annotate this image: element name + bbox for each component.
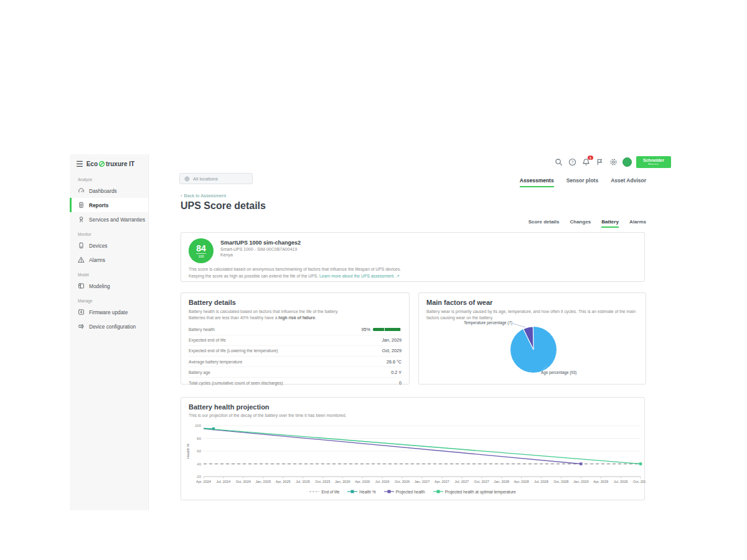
back-link[interactable]: ‹ Back to Assessment (181, 193, 226, 198)
battery-detail-value: 26.6 °C (387, 359, 402, 365)
sidebar-item-label: Firmware update (89, 309, 128, 315)
battery-desc-line2-suffix: . (315, 315, 316, 320)
logo-text-prefix: Eco (87, 161, 98, 167)
settings-gear-icon[interactable] (609, 157, 618, 167)
subtab-changes[interactable]: Changes (570, 219, 591, 228)
battery-health-bar (373, 328, 402, 331)
back-link-label: Back to Assessment (184, 193, 227, 198)
location-filter[interactable]: All locations (179, 173, 253, 184)
svg-text:Jan, 2028: Jan, 2028 (494, 480, 509, 483)
battery-detail-label: Expected end of life (189, 338, 226, 342)
battery-detail-value-text: Oct, 2029 (382, 348, 402, 353)
battery-detail-label: Battery age (189, 370, 210, 375)
pie-label-age: Age percentage (93) (541, 370, 576, 375)
external-link-icon: ↗ (396, 274, 400, 278)
health-projection-chart: 20406080100Apr, 2024Jul, 2024Oct, 2024Ja… (185, 421, 646, 488)
battery-details-panel: Battery details Battery health is calcul… (181, 292, 410, 385)
tab-sensor-plots[interactable]: Sensor plots (566, 177, 598, 187)
pie-label-temperature: Temperature percentage (7) (424, 320, 512, 325)
battery-detail-value-text: 0.2 Y (391, 370, 402, 375)
sidebar-item-device-configuration[interactable]: Device configuration (70, 319, 148, 334)
svg-text:100: 100 (195, 424, 202, 427)
svg-text:Apr, 2026: Apr, 2026 (355, 480, 370, 483)
score-description-line2: Keeping the score as high as possible ca… (189, 273, 637, 280)
sidebar-item-services-and-warranties[interactable]: Services and Warranties (70, 212, 148, 226)
sidebar-item-firmware-update[interactable]: Firmware update (70, 305, 148, 319)
device-info: SmartUPS 1000 sim-changes2 Smart-UPS 100… (220, 238, 301, 257)
notifications-icon[interactable]: 1 (581, 157, 591, 167)
score-max: 100 (196, 253, 206, 258)
learn-more-text: Learn more about the UPS assessment. (319, 274, 395, 278)
battery-detail-value: 95% (362, 327, 402, 332)
svg-text:Oct, 2027: Oct, 2027 (474, 480, 489, 483)
svg-text:Oct, 2028: Oct, 2028 (553, 480, 568, 483)
svg-text:20: 20 (197, 475, 201, 478)
svg-text:Apr, 2024: Apr, 2024 (196, 480, 211, 483)
legend-item-end-of-life: End of life (309, 489, 339, 494)
battery-details-rows: Battery health95%Expected end of lifeJan… (189, 324, 402, 388)
health-projection-panel: Battery health projection This is our pr… (181, 397, 645, 500)
chevron-left-icon: ‹ (181, 193, 182, 198)
battery-detail-value: 0.2 Y (391, 370, 402, 375)
sidebar-item-label: Modeling (89, 283, 110, 289)
battery-desc-line1: Battery health is calculated based on fa… (189, 309, 339, 314)
subtab-alarms[interactable]: Alarms (629, 219, 646, 228)
score-value: 84 (196, 244, 206, 253)
menu-icon[interactable]: ☰ (76, 160, 83, 168)
sidebar-item-label: Reports (89, 202, 108, 208)
score-description: This score is calculated based on anonym… (189, 266, 637, 279)
svg-text:Apr, 2029: Apr, 2029 (593, 480, 608, 483)
sidebar-item-label: Devices (89, 243, 108, 249)
battery-detail-row: Battery age0.2 Y (189, 367, 402, 378)
battery-detail-row: Battery health95% (189, 324, 402, 335)
primary-tabs: AssessmentsSensor plotsAsset Advisor (520, 177, 646, 187)
sidebar-section-label: Monitor (70, 226, 148, 238)
legend-label: Projected health (396, 490, 425, 494)
sidebar-item-label: Device configuration (89, 324, 136, 330)
sidebar-item-devices[interactable]: Devices (70, 238, 148, 253)
dashboards-icon (78, 187, 85, 194)
legend-item-projected-health: Projected health (384, 489, 425, 494)
battery-detail-label: Average battery temperature (189, 360, 242, 364)
svg-text:Jan, 2029: Jan, 2029 (573, 480, 589, 483)
tab-assessments[interactable]: Assessments (520, 177, 554, 187)
battery-detail-value-text: Jan, 2029 (382, 337, 402, 343)
topbar-actions: ? 1 Schneider Electric (554, 156, 671, 168)
svg-text:?: ? (571, 160, 574, 164)
brand-sub: Electric (648, 163, 659, 166)
globe-icon (184, 176, 190, 182)
sidebar-item-alarms[interactable]: Alarms (70, 253, 148, 267)
subtab-score-details[interactable]: Score details (529, 219, 560, 228)
sidebar-item-dashboards[interactable]: Dashboards (70, 184, 148, 198)
svg-text:Jul, 2029: Jul, 2029 (614, 480, 628, 483)
legend-label: Projected health at optimal temperature (445, 490, 516, 494)
battery-detail-value-text: 0 (399, 380, 402, 386)
svg-text:Oct, 2024: Oct, 2024 (236, 480, 251, 483)
subtab-battery[interactable]: Battery (601, 219, 619, 228)
tab-asset-advisor[interactable]: Asset Advisor (611, 177, 646, 187)
battery-detail-row: Expected end of lifeJan, 2029 (189, 335, 402, 346)
battery-detail-value-text: 95% (362, 327, 370, 332)
sidebar-nav: AnalyzeDashboardsReportsServices and War… (70, 172, 148, 334)
help-icon[interactable]: ? (568, 157, 577, 167)
user-avatar[interactable] (622, 157, 632, 167)
sidebar-item-modeling[interactable]: Modeling (70, 279, 148, 293)
sidebar-section-label: Model (70, 267, 148, 279)
score-card: 84 100 SmartUPS 1000 sim-changes2 Smart-… (181, 232, 645, 282)
svg-text:Apr, 2025: Apr, 2025 (276, 480, 291, 483)
search-icon[interactable] (554, 157, 563, 167)
health-projection-title: Battery health projection (189, 403, 637, 411)
sidebar-section-label: Analyze (70, 172, 148, 184)
svg-text:Jan, 2026: Jan, 2026 (335, 480, 350, 483)
learn-more-link[interactable]: Learn more about the UPS assessment. ↗ (319, 274, 400, 278)
battery-detail-row: Expected end of life (Lowering the tempe… (189, 346, 402, 357)
battery-detail-value-text: 26.6 °C (387, 359, 402, 365)
chart-legend: End of lifeHealth %Projected healthProje… (189, 489, 637, 494)
battery-desc-line2-bold: high risk of failure (278, 315, 315, 320)
sidebar-item-reports[interactable]: Reports (70, 198, 148, 212)
battery-detail-value: Jan, 2029 (382, 337, 402, 343)
firmware-icon (78, 309, 85, 315)
sidebar: ☰ Eco truxure IT AnalyzeDashboardsReport… (70, 154, 149, 510)
svg-text:Apr, 2028: Apr, 2028 (514, 480, 529, 483)
feedback-icon[interactable] (595, 157, 604, 167)
